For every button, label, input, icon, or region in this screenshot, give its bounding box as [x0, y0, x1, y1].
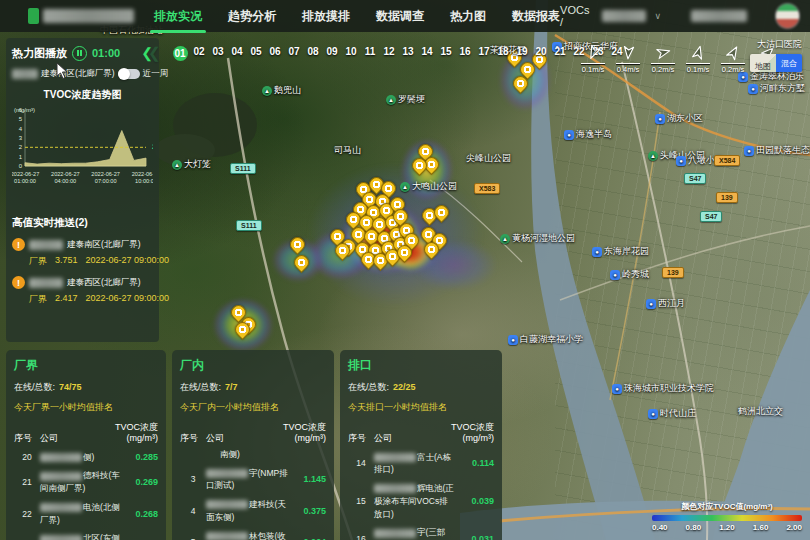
nav-tab-emission-survey[interactable]: 排放摸排 [302, 8, 350, 25]
push-type: 厂界 [29, 293, 47, 306]
timeline-hour-02[interactable]: 02 [192, 46, 207, 61]
svg-text:2022-06-27: 2022-06-27 [132, 171, 153, 177]
road-label-chip: S111 [236, 220, 262, 231]
row-rank: 14 [348, 458, 374, 468]
svg-text:2: 2 [152, 143, 153, 150]
timeline-hour-10[interactable]: 10 [344, 46, 359, 61]
ranking-caption: 今天厂界一小时均值排名 [14, 401, 158, 414]
poi-icon: ● [508, 335, 518, 345]
timeline-hour-06[interactable]: 06 [268, 46, 283, 61]
timeline-hour-12[interactable]: 12 [382, 46, 397, 61]
app-title-redacted [43, 9, 134, 23]
panel-collapse-button[interactable]: ❮ [141, 45, 153, 61]
timeline-hour-04[interactable]: 04 [230, 46, 245, 61]
poi-icon: ● [676, 156, 686, 166]
poi-icon: ● [748, 84, 758, 94]
timeline-hour-15[interactable]: 15 [439, 46, 454, 61]
push-item[interactable]: ! 建泰南区(北廊厂界) 厂界 3.751 2022-06-27 09:00:0… [12, 238, 153, 268]
table-row[interactable]: 21 德科技(车间南侧厂界) 0.269 [14, 469, 158, 495]
row-company: 林包装(收整车间门口) [206, 530, 288, 540]
map-type-map-button[interactable]: 地图 [750, 54, 776, 72]
map-label: ●珠海城市职业技术学院 [612, 382, 714, 395]
company-redacted [40, 503, 82, 512]
row-company: 宇(三部NMP排放口) [374, 526, 456, 540]
row-rank: 4 [180, 506, 206, 516]
chevron-down-icon[interactable]: ∨ [654, 11, 661, 21]
timeline-hour-16[interactable]: 16 [458, 46, 473, 61]
timeline-hour-07[interactable]: 07 [287, 46, 302, 61]
map-label-text: 岭秀城 [622, 268, 649, 281]
timeline-hour-05[interactable]: 05 [249, 46, 264, 61]
main-nav: 排放实况 趋势分析 排放摸排 数据调查 热力图 数据报表 [154, 8, 560, 25]
wind-arrow-icon [721, 41, 744, 64]
avatar[interactable] [775, 3, 800, 29]
row-company: 富士(A栋排口) [374, 451, 456, 477]
poi-icon: ● [646, 299, 656, 309]
row-tvoc-value: 0.268 [120, 509, 158, 519]
timeline-hour-19[interactable]: 19 [515, 46, 530, 61]
map-label-text: 大灯笼 [184, 158, 211, 171]
timeline-hour-08[interactable]: 08 [306, 46, 321, 61]
company-redacted [40, 453, 82, 462]
timeline-hour-18[interactable]: 18 [496, 46, 511, 61]
table-row[interactable]: 15 辉电池(正极涂布车间VOCs排放口) 0.039 [348, 482, 494, 520]
row-company: 电池(北侧厂界) [40, 501, 120, 527]
table-row[interactable]: 14 富士(A栋排口) 0.114 [348, 451, 494, 477]
tvoc-trend-chart: (mg/m³) 0123456 2 2022-06-27 01:00:00202… [12, 104, 153, 206]
timeline-hour-03[interactable]: 03 [211, 46, 226, 61]
row-company: 宇(NMP排口测试) [206, 467, 288, 493]
poi-icon: ● [592, 247, 602, 257]
map-label-text: 东海岸花园 [604, 245, 649, 258]
timeline-hour-21[interactable]: 21 [553, 46, 568, 61]
poi-icon: ● [564, 130, 574, 140]
company-redacted [40, 472, 82, 481]
table-row[interactable]: 16 宇(三部NMP排放口) 0.031 [348, 526, 494, 540]
nav-tab-data-investigation[interactable]: 数据调查 [376, 8, 424, 25]
table-row[interactable]: 22 电池(北侧厂界) 0.268 [14, 501, 158, 527]
svg-text:2022-06-27: 2022-06-27 [51, 171, 80, 177]
nav-tab-heatmap[interactable]: 热力图 [450, 8, 486, 25]
table-row[interactable]: 4 建科技(天面东侧) 0.375 [180, 498, 326, 524]
map-type-switch: 地图 混合 [750, 54, 802, 72]
timeline-hour-14[interactable]: 14 [420, 46, 435, 61]
map-label: ●白藤湖幸福小学 [508, 333, 583, 346]
row-tvoc-value: 0.285 [120, 452, 158, 462]
wind-arrow-icon [688, 42, 709, 63]
timeline-hour-20[interactable]: 20 [534, 46, 549, 61]
row-tvoc-value: 1.145 [288, 474, 326, 484]
timeline-hour-13[interactable]: 13 [401, 46, 416, 61]
row-tvoc-value: 0.114 [456, 458, 494, 468]
table-row[interactable]: 5 林包装(收整车间门口) 0.064 [180, 530, 326, 540]
map-type-hybrid-button[interactable]: 混合 [776, 54, 802, 72]
svg-text:04:00:00: 04:00:00 [54, 178, 76, 184]
timeline-hour-09[interactable]: 09 [325, 46, 340, 61]
nav-tab-data-report[interactable]: 数据报表 [512, 8, 560, 25]
nav-tab-trend-analysis[interactable]: 趋势分析 [228, 8, 276, 25]
row-rank: 22 [14, 509, 40, 519]
heatmap-playback-panel: 热力图播放 01:00 ❮ 建泰南区(北廊厂界) 近一周 TVOC浓度趋势图 (… [6, 38, 159, 342]
pause-button[interactable] [72, 46, 87, 61]
vocs-selected-value-redacted[interactable] [602, 10, 646, 22]
panel-title: 排口 [348, 357, 494, 374]
svg-text:(mg/m³): (mg/m³) [14, 107, 35, 113]
username-redacted [691, 10, 747, 22]
table-row[interactable]: 3 宇(NMP排口测试) 1.145 [180, 467, 326, 493]
heatmap-color-legend: 颜色对应TVOC值(mg/m³) 0.400.801.201.602.00 [652, 501, 802, 532]
map-label: 鹤洲北立交 [738, 405, 783, 418]
nav-tab-emission-live[interactable]: 排放实况 [154, 8, 202, 25]
wind-speed: 0.4m/s [617, 65, 640, 74]
company-redacted [206, 532, 248, 540]
station-toggle-switch[interactable] [118, 69, 140, 79]
map-label: ▲鹅兜山 [262, 84, 301, 97]
company-redacted [29, 278, 63, 288]
timeline-hour-17[interactable]: 17 [477, 46, 492, 61]
push-value: 2.417 [55, 293, 78, 306]
timeline-hour-11[interactable]: 11 [363, 46, 378, 61]
timeline-hour-01[interactable]: 01 [173, 46, 188, 61]
table-row[interactable]: 23 北区(东侧厂界) 0.267 [14, 532, 158, 540]
legend-tick: 0.40 [652, 523, 668, 532]
push-item[interactable]: ! 建泰西区(北廊厂界) 厂界 2.417 2022-06-27 09:00:0… [12, 276, 153, 306]
table-row[interactable]: 20 侧) 0.285 [14, 451, 158, 464]
legend-title: 颜色对应TVOC值(mg/m³) [652, 501, 802, 512]
warning-icon: ! [12, 276, 25, 289]
